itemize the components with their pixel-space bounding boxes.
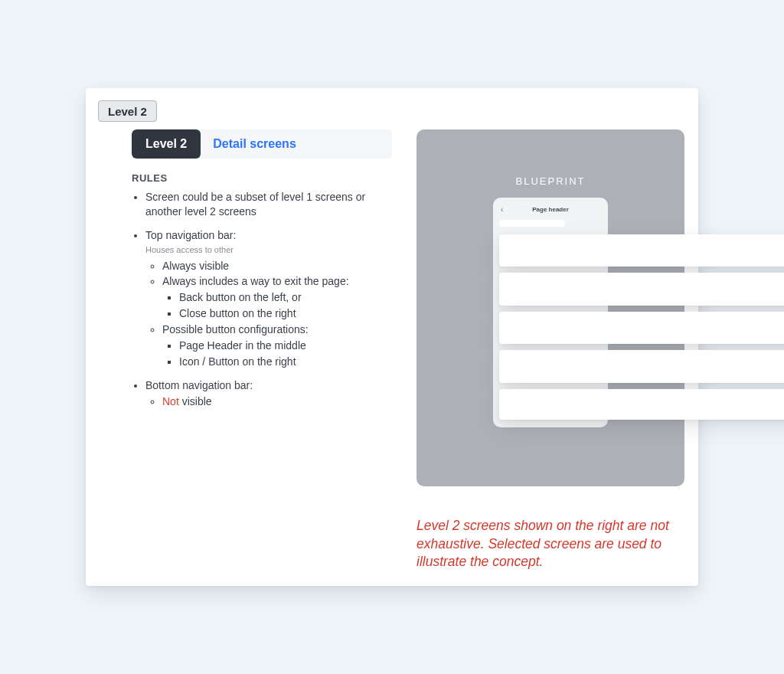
blueprint-title: BLUEPRINT xyxy=(516,175,586,187)
blueprint-panel: BLUEPRINT ‹ Page header xyxy=(416,129,684,486)
rule-item-2c: Possible button configurations: Page Hea… xyxy=(162,322,392,369)
tab-bar: Level 2 Detail screens xyxy=(132,129,392,159)
rule-item-2b: Always includes a way to exit the page: … xyxy=(162,274,392,321)
rule-item-2b-i-text: Back button on the left, or xyxy=(179,291,302,303)
rules-list: Screen could be a subset of level 1 scre… xyxy=(132,190,392,409)
phone-card-block xyxy=(499,350,784,383)
phone-card-block xyxy=(499,389,784,420)
tab-level-2[interactable]: Level 2 xyxy=(132,129,201,159)
stage: Level 2 Level 2 Detail screens RULES Scr… xyxy=(0,0,784,674)
rule-item-1: Screen could be a subset of level 1 scre… xyxy=(145,190,392,219)
phone-card-block xyxy=(499,312,784,345)
phone-header-title: Page header xyxy=(532,206,569,213)
left-column: Level 2 Detail screens RULES Screen coul… xyxy=(104,129,392,418)
body-row: Level 2 Detail screens RULES Screen coul… xyxy=(104,129,680,571)
rule-item-2b-i: Back button on the left, or xyxy=(179,290,392,305)
rules-heading: RULES xyxy=(132,172,392,184)
rule-item-2c-ii-text: Icon / Button on the right xyxy=(179,355,296,368)
rule-item-2c-ii: Icon / Button on the right xyxy=(179,355,392,369)
rule-item-2b-ii-text: Close button on the right xyxy=(179,307,296,319)
footnote: Level 2 screens shown on the right are n… xyxy=(416,517,684,571)
level-badge: Level 2 xyxy=(98,100,157,122)
rule-item-2c-i-text: Page Header in the middle xyxy=(179,339,306,352)
phone-header: ‹ Page header xyxy=(499,204,602,215)
rule-item-1-text: Screen could be a subset of level 1 scre… xyxy=(145,191,365,218)
phone-mock: ‹ Page header xyxy=(493,198,608,427)
rule-item-2-title: Top navigation bar: xyxy=(145,229,236,241)
tab-detail-screens[interactable]: Detail screens xyxy=(201,129,392,159)
document-card: Level 2 Level 2 Detail screens RULES Scr… xyxy=(86,88,698,586)
rule-item-2c-title: Possible button configurations: xyxy=(162,323,309,335)
rule-item-3a-visible: visible xyxy=(179,395,212,407)
rule-item-2a: Always visible xyxy=(162,259,392,273)
phone-search-block xyxy=(499,220,565,227)
phone-card-block xyxy=(499,273,784,306)
rule-item-3a: Not visible xyxy=(162,394,392,409)
rule-item-2c-i: Page Header in the middle xyxy=(179,339,392,353)
rule-item-3a-not: Not xyxy=(162,395,179,407)
rule-item-3-title: Bottom navigation bar: xyxy=(145,379,253,391)
rule-item-2: Top navigation bar: Houses access to oth… xyxy=(145,228,392,369)
chevron-left-icon: ‹ xyxy=(501,206,503,214)
rule-item-3: Bottom navigation bar: Not visible xyxy=(145,378,392,409)
rule-item-2b-ii: Close button on the right xyxy=(179,306,392,321)
rule-item-2-subnote: Houses access to other xyxy=(145,244,392,256)
rule-item-2b-title: Always includes a way to exit the page: xyxy=(162,275,349,287)
right-column: BLUEPRINT ‹ Page header Lev xyxy=(416,129,684,571)
phone-card-block xyxy=(499,234,784,267)
rule-item-2a-text: Always visible xyxy=(162,260,229,272)
